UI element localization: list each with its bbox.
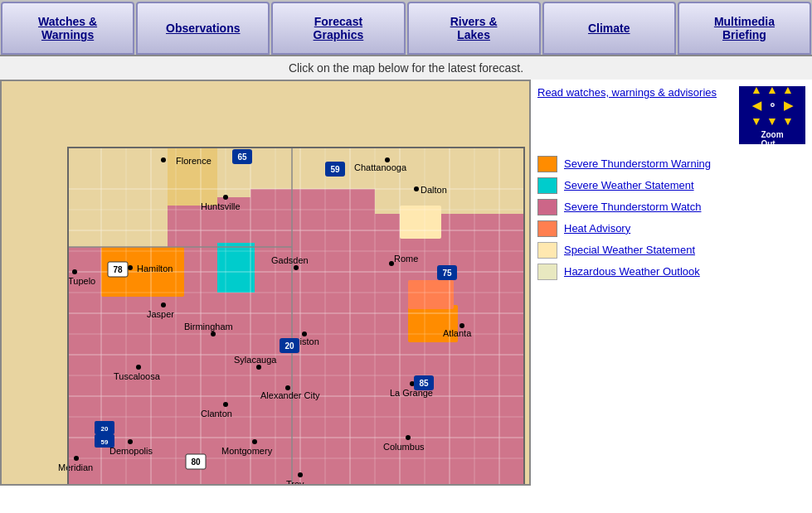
arrow-sw: ▼ [749,114,764,128]
legend-heat-advisory: Heat Advisory [537,220,805,237]
svg-point-48 [72,269,77,274]
zoom-out-box[interactable]: ▲ ▲ ▲ ◀ ⭘ ▶ ▼ ▼ ▼ ZoomOut [739,86,805,144]
severe-weather-statement-color [537,177,557,194]
special-weather-statement-link[interactable]: Special Weather Statement [564,244,695,258]
arrow-w: ◀ [749,98,764,113]
svg-text:Columbus: Columbus [383,442,425,452]
arrow-se: ▼ [780,114,795,128]
svg-text:Troy: Troy [286,479,304,486]
svg-text:20: 20 [284,341,294,351]
arrow-s: ▼ [765,114,780,128]
nav-multimedia-briefing[interactable]: MultimediaBriefing [678,2,811,55]
arrow-nw: ▲ [749,82,764,97]
svg-text:Florence: Florence [176,156,212,166]
svg-text:Demopolis: Demopolis [109,446,153,456]
nav-rivers-lakes[interactable]: Rivers &Lakes [407,2,541,55]
svg-point-46 [128,265,133,270]
svg-text:Montgomery: Montgomery [221,446,273,456]
legend-severe-weather-statement: Severe Weather Statement [537,177,805,194]
svg-text:59: 59 [101,438,109,446]
legend-severe-thunderstorm-watch: Severe Thunderstorm Watch [537,199,805,215]
severe-thunderstorm-warning-link[interactable]: Severe Thunderstorm Warning [564,157,711,172]
map-legend-area: Florence Huntsville Chattanooga Dalton H… [0,80,812,513]
svg-text:Alexander City: Alexander City [260,390,320,400]
main-content: Click on the map below for the latest fo… [0,56,812,513]
svg-text:Hamilton: Hamilton [137,264,173,273]
svg-text:75: 75 [442,269,452,278]
nav-watches-warnings[interactable]: Watches &Warnings [1,2,134,55]
svg-text:Chattanooga: Chattanooga [354,162,407,172]
svg-text:Rome: Rome [394,254,418,264]
arrow-n: ▲ [765,82,780,97]
heat-advisory-link[interactable]: Heat Advisory [564,222,630,236]
svg-point-72 [128,439,133,444]
legend-container: Read watches, warnings & advisories ▲ ▲ … [531,80,812,513]
hazardous-weather-outlook-link[interactable]: Hazardous Weather Outlook [564,265,700,279]
svg-text:Sylacauga: Sylacauga [234,355,277,365]
nav-forecast-graphics[interactable]: ForecastGraphics [271,2,405,55]
svg-text:Atlanta: Atlanta [443,328,472,338]
nav-climate[interactable]: Climate [542,2,676,55]
svg-text:Meridian: Meridian [58,462,93,472]
weather-map[interactable]: Florence Huntsville Chattanooga Dalton H… [0,80,531,486]
svg-point-64 [136,365,141,370]
svg-text:85: 85 [419,379,429,388]
svg-rect-4 [400,206,441,239]
legend-top: Read watches, warnings & advisories ▲ ▲ … [537,86,805,144]
severe-weather-statement-link[interactable]: Severe Weather Statement [564,179,694,193]
svg-text:Tuscaloosa: Tuscaloosa [114,371,161,381]
svg-text:Clanton: Clanton [201,409,232,419]
arrow-e: ▶ [780,98,795,113]
svg-text:Jasper: Jasper [147,309,174,319]
svg-point-62 [256,365,261,370]
nav-observations[interactable]: Observations [136,2,270,55]
severe-thunderstorm-warning-color [537,156,557,172]
map-instruction: Click on the map below for the latest fo… [0,56,812,80]
heat-advisory-color [537,220,557,237]
svg-text:Tupelo: Tupelo [68,276,95,286]
arrow-center: ⭘ [765,98,780,113]
svg-point-74 [74,456,79,461]
read-watches-link[interactable]: Read watches, warnings & advisories [537,86,734,144]
navigation-bar: Watches &Warnings Observations ForecastG… [0,0,812,56]
arrow-ne: ▲ [780,82,795,97]
svg-point-70 [223,402,228,407]
svg-point-52 [294,265,299,270]
severe-thunderstorm-watch-link[interactable]: Severe Thunderstorm Watch [564,201,701,215]
svg-point-38 [161,157,166,162]
svg-point-44 [414,186,419,191]
svg-text:65: 65 [237,152,247,162]
special-weather-statement-color [537,242,557,259]
hazardous-weather-outlook-color [537,264,557,280]
legend-severe-thunderstorm-warning: Severe Thunderstorm Warning [537,156,805,172]
svg-text:59: 59 [330,165,340,174]
svg-point-76 [252,439,257,444]
zoom-label: ZoomOut [761,130,783,148]
svg-text:Gadsden: Gadsden [271,255,309,265]
svg-text:20: 20 [101,425,109,433]
svg-point-50 [161,302,166,307]
svg-text:78: 78 [113,265,123,274]
svg-point-80 [298,472,303,477]
severe-thunderstorm-watch-color [537,199,557,215]
legend-hazardous-weather-outlook: Hazardous Weather Outlook [537,264,805,280]
svg-point-40 [223,195,228,200]
svg-point-56 [211,332,216,336]
svg-text:Huntsville: Huntsville [201,201,241,211]
svg-text:Birmingham: Birmingham [184,322,233,332]
svg-point-78 [406,435,411,440]
svg-rect-3 [408,280,454,309]
legend-special-weather-statement: Special Weather Statement [537,242,805,259]
svg-text:Dalton: Dalton [421,185,447,195]
svg-text:80: 80 [191,457,201,467]
